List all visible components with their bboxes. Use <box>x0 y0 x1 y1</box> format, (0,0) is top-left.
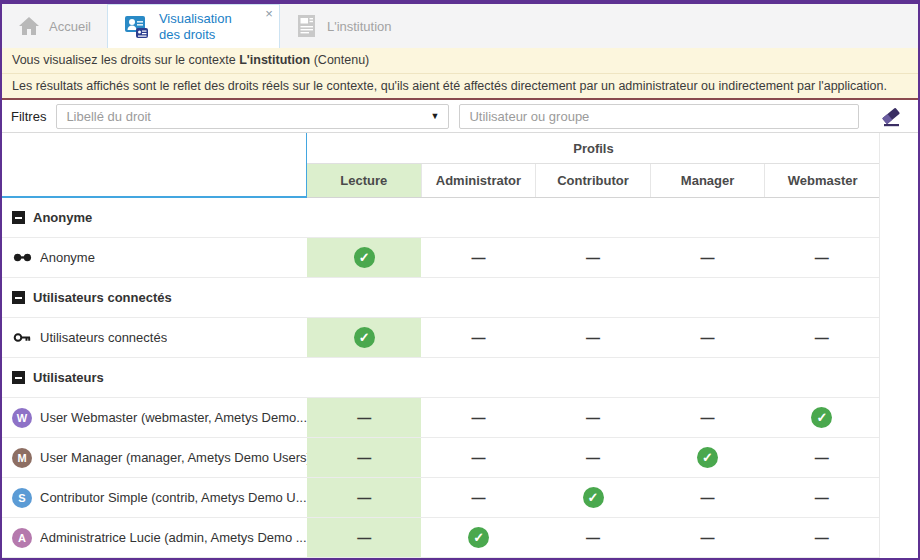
dash-icon: — <box>815 490 829 506</box>
dash-icon: — <box>357 530 371 546</box>
subject-label: Utilisateurs connectés <box>40 330 167 345</box>
dash-icon: — <box>586 330 600 346</box>
dash-icon: — <box>357 450 371 466</box>
anonymous-icon <box>12 252 32 263</box>
subject-cell[interactable]: WUser Webmaster (webmaster, Ametys Demo.… <box>2 398 307 437</box>
granted-cell[interactable]: ✓ <box>421 518 535 557</box>
subject-label: Administratrice Lucie (admin, Ametys Dem… <box>40 530 307 545</box>
subject-cell[interactable]: MUser Manager (manager, Ametys Demo User… <box>2 438 307 477</box>
tab-label: L'institution <box>327 19 392 34</box>
not-granted-cell[interactable]: — <box>650 238 764 277</box>
dash-icon: — <box>472 410 486 426</box>
tab-visualisation-droits[interactable]: Visualisation des droits × <box>107 4 280 48</box>
not-granted-cell[interactable]: — <box>421 238 535 277</box>
user-group-filter-input[interactable] <box>459 104 859 129</box>
banner-line-2: Les résultats affichés sont le reflet de… <box>2 73 918 98</box>
dash-icon: — <box>700 530 714 546</box>
tab-institution[interactable]: L'institution <box>280 4 408 48</box>
subject-cell[interactable]: AAdministratrice Lucie (admin, Ametys De… <box>2 518 307 557</box>
banner-line-1: Vous visualisez les droits sur le contex… <box>2 48 918 73</box>
dash-icon: — <box>472 490 486 506</box>
collapse-icon[interactable] <box>12 291 25 304</box>
right-label-filter-select[interactable]: Libellé du droit ▼ <box>56 104 449 129</box>
not-granted-cell[interactable]: — <box>421 398 535 437</box>
dash-icon: — <box>357 490 371 506</box>
clear-filters-icon[interactable] <box>880 105 903 128</box>
right-label-filter-placeholder: Libellé du droit <box>66 109 151 124</box>
not-granted-cell[interactable]: — <box>536 518 650 557</box>
column-header-webmaster[interactable]: Webmaster <box>765 164 880 197</box>
column-header-administrator[interactable]: Administrator <box>422 164 537 197</box>
app-window: Accueil Visualisation des droits × <box>0 0 920 560</box>
context-banner: Vous visualisez les droits sur le contex… <box>2 48 918 100</box>
group-label: Utilisateurs <box>33 370 104 385</box>
dash-icon: — <box>815 250 829 266</box>
subject-label: User Webmaster (webmaster, Ametys Demo..… <box>40 410 307 425</box>
not-granted-cell[interactable]: — <box>536 318 650 357</box>
check-icon: ✓ <box>583 487 604 508</box>
banner-text: Vous visualisez les droits sur le contex… <box>12 53 239 67</box>
dash-icon: — <box>472 450 486 466</box>
not-granted-cell[interactable]: — <box>307 438 421 477</box>
close-tab-icon[interactable]: × <box>265 6 273 21</box>
not-granted-cell[interactable]: — <box>536 438 650 477</box>
tab-label: Accueil <box>49 19 91 34</box>
collapse-icon[interactable] <box>12 211 25 224</box>
dash-icon: — <box>586 410 600 426</box>
not-granted-cell[interactable]: — <box>765 238 879 277</box>
not-granted-cell[interactable]: — <box>536 398 650 437</box>
subject-cell[interactable]: SContributor Simple (contrib, Ametys Dem… <box>2 478 307 517</box>
subject-cell[interactable]: Anonyme <box>2 238 307 277</box>
home-icon <box>18 16 40 36</box>
granted-cell[interactable]: ✓ <box>307 238 421 277</box>
dash-icon: — <box>815 530 829 546</box>
not-granted-cell[interactable]: — <box>765 438 879 477</box>
group-row-utilisateurs[interactable]: Utilisateurs <box>2 358 879 398</box>
not-granted-cell[interactable]: — <box>765 518 879 557</box>
dash-icon: — <box>700 330 714 346</box>
not-granted-cell[interactable]: — <box>307 398 421 437</box>
not-granted-cell[interactable]: — <box>765 318 879 357</box>
not-granted-cell[interactable]: — <box>536 238 650 277</box>
rights-row-user-manager-manager-ametys-demo-users: MUser Manager (manager, Ametys Demo User… <box>2 438 879 478</box>
rights-visualization-icon <box>124 14 150 40</box>
dash-icon: — <box>586 450 600 466</box>
not-granted-cell[interactable]: — <box>650 518 764 557</box>
group-row-anonyme[interactable]: Anonyme <box>2 198 879 238</box>
rights-table-body: AnonymeAnonyme✓————Utilisateurs connecté… <box>2 198 879 558</box>
rights-row-user-webmaster-webmaster-ametys-demo: WUser Webmaster (webmaster, Ametys Demo.… <box>2 398 879 438</box>
tab-accueil[interactable]: Accueil <box>2 4 107 48</box>
not-granted-cell[interactable]: — <box>765 478 879 517</box>
granted-cell[interactable]: ✓ <box>765 398 879 437</box>
subject-label: User Manager (manager, Ametys Demo Users… <box>40 450 307 465</box>
not-granted-cell[interactable]: — <box>421 318 535 357</box>
corner-cell <box>2 133 307 198</box>
column-header-contributor[interactable]: Contributor <box>536 164 651 197</box>
granted-cell[interactable]: ✓ <box>536 478 650 517</box>
dash-icon: — <box>700 490 714 506</box>
not-granted-cell[interactable]: — <box>650 318 764 357</box>
check-icon: ✓ <box>354 247 375 268</box>
chevron-down-icon[interactable]: ▼ <box>430 111 439 121</box>
profiles-header: Profils <box>307 133 880 164</box>
subject-label: Contributor Simple (contrib, Ametys Demo… <box>40 490 307 505</box>
not-granted-cell[interactable]: — <box>650 398 764 437</box>
not-granted-cell[interactable]: — <box>650 478 764 517</box>
subject-label: Anonyme <box>40 250 95 265</box>
granted-cell[interactable]: ✓ <box>650 438 764 477</box>
dash-icon: — <box>700 250 714 266</box>
subject-cell[interactable]: Utilisateurs connectés <box>2 318 307 357</box>
column-header-lecture[interactable]: Lecture <box>307 164 422 197</box>
collapse-icon[interactable] <box>12 371 25 384</box>
granted-cell[interactable]: ✓ <box>307 318 421 357</box>
dash-icon: — <box>586 530 600 546</box>
check-icon: ✓ <box>468 527 489 548</box>
not-granted-cell[interactable]: — <box>307 478 421 517</box>
not-granted-cell[interactable]: — <box>307 518 421 557</box>
column-header-manager[interactable]: Manager <box>651 164 766 197</box>
not-granted-cell[interactable]: — <box>421 478 535 517</box>
check-icon: ✓ <box>811 407 832 428</box>
group-row-utilisateurs-connect-s[interactable]: Utilisateurs connectés <box>2 278 879 318</box>
not-granted-cell[interactable]: — <box>421 438 535 477</box>
key-icon <box>12 331 32 344</box>
